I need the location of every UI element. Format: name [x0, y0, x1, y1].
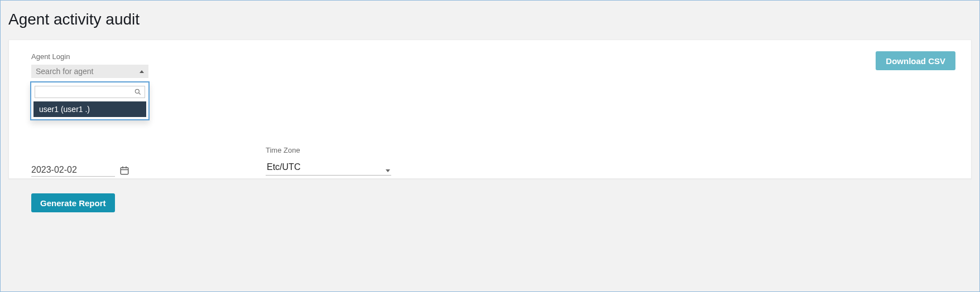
- date-row: [31, 164, 129, 177]
- page-title: Agent activity audit: [1, 1, 979, 40]
- download-csv-button[interactable]: Download CSV: [876, 51, 955, 70]
- agent-login-block: Agent Login Search for agent user1 (user…: [31, 52, 148, 78]
- timezone-value: Etc/UTC: [267, 162, 300, 172]
- agent-option[interactable]: user1 (user1 .): [33, 101, 146, 117]
- agent-search-placeholder: Search for agent: [36, 67, 94, 76]
- svg-rect-2: [121, 167, 128, 174]
- agent-search-input[interactable]: [35, 86, 145, 98]
- agent-search-combo[interactable]: Search for agent: [31, 65, 148, 78]
- chevron-down-icon: [386, 169, 390, 172]
- agent-search-dropdown: user1 (user1 .): [30, 81, 150, 120]
- timezone-block: Time Zone Etc/UTC: [266, 146, 391, 176]
- generate-report-button[interactable]: Generate Report: [31, 193, 115, 212]
- date-input[interactable]: [31, 164, 115, 177]
- timezone-select[interactable]: Etc/UTC: [266, 160, 391, 176]
- timezone-label: Time Zone: [266, 146, 391, 154]
- app-frame: Agent activity audit Download CSV Agent …: [0, 0, 980, 292]
- search-icon: [134, 88, 142, 96]
- agent-login-label: Agent Login: [31, 52, 148, 61]
- agent-search-row: [31, 82, 148, 101]
- chevron-up-icon: [140, 70, 144, 73]
- svg-point-0: [135, 89, 139, 93]
- svg-line-1: [139, 93, 141, 95]
- calendar-icon[interactable]: [119, 166, 129, 176]
- report-card: Download CSV Agent Login Search for agen…: [8, 40, 972, 179]
